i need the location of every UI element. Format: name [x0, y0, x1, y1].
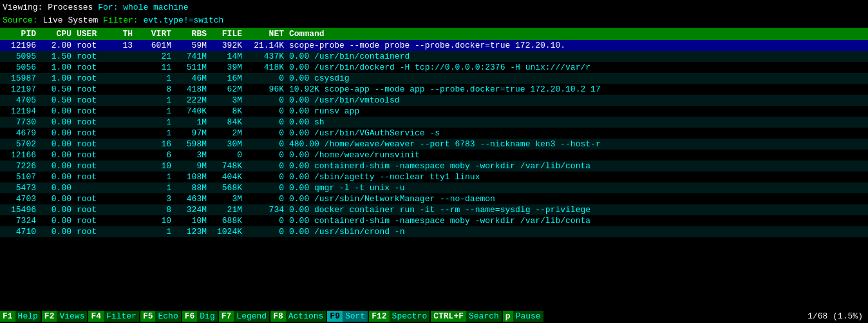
cell-file: 404K — [212, 172, 247, 182]
cell-file: 0 — [212, 150, 247, 160]
table-row[interactable]: 7324 0.00 root 10 10M 688K 0 0.00 contai… — [0, 215, 868, 226]
footer-item-search[interactable]: CTRL+FSearch — [431, 311, 502, 322]
cell-file: 62M — [212, 84, 247, 94]
footer-item-legend[interactable]: F7Legend — [219, 311, 269, 322]
table-row[interactable]: 5056 1.00 root 11 511M 39M 418K 0.00 /us… — [0, 62, 868, 73]
table-row[interactable]: 5095 1.50 root 21 741M 14M 437K 0.00 /us… — [0, 51, 868, 62]
table-row[interactable]: 4703 0.00 root 3 463M 3M 0 0.00 /usr/sbi… — [0, 193, 868, 204]
cell-file: 568K — [212, 183, 247, 193]
footer-item-sort[interactable]: F9Sort — [327, 311, 368, 322]
cell-file: 748K — [212, 161, 247, 171]
cell-virt: 1 — [138, 183, 176, 193]
cell-net: 0 — [247, 139, 289, 149]
footer-label-Filter: Filter — [104, 311, 139, 322]
table-row[interactable]: 12197 0.50 root 8 418M 62M 96K 10.92K sc… — [0, 84, 868, 95]
cell-th — [115, 139, 138, 149]
cell-pid: 12196 — [3, 41, 41, 50]
cell-cpu: 0.00 — [41, 117, 77, 127]
cell-virt: 1 — [138, 95, 176, 105]
scope-value: whole machine — [123, 3, 188, 12]
table-row[interactable]: 7226 0.00 root 10 9M 748K 0 0.00 contain… — [0, 161, 868, 171]
cell-net: 0 — [247, 128, 289, 138]
cell-user: root — [77, 194, 115, 204]
cell-cpu: 0.50 — [41, 95, 77, 105]
cell-command: 0.00 sh — [289, 117, 865, 127]
cell-th — [115, 172, 138, 182]
cell-command: 0.00 /usr/bin/VGAuthService -s — [289, 128, 865, 138]
footer-item-spectro[interactable]: F12Spectro — [369, 311, 429, 322]
table-header: PID CPU USER TH VIRT RBS FILE NET Comman… — [0, 28, 868, 40]
cell-cpu: 0.00 — [41, 139, 77, 149]
cell-file: 16M — [212, 73, 247, 83]
app-container: Viewing: Processes For: whole machine So… — [0, 0, 868, 237]
table-row[interactable]: 12166 0.00 root 6 3M 0 0 0.00 /home/weav… — [0, 150, 868, 161]
cell-th — [115, 95, 138, 105]
table-row[interactable]: 4710 0.00 root 1 123M 1024K 0 0.00 /usr/… — [0, 226, 868, 237]
footer-item-filter[interactable]: F4Filter — [88, 311, 138, 322]
cell-net: 0 — [247, 150, 289, 160]
col-header-pid: PID — [3, 29, 41, 39]
cell-file: 39M — [212, 63, 247, 72]
footer-label-Sort: Sort — [343, 311, 368, 322]
footer-item-help[interactable]: F1Help — [0, 311, 41, 322]
cell-pid: 7226 — [3, 161, 41, 171]
cell-cpu: 1.00 — [41, 63, 77, 72]
cell-th — [115, 117, 138, 127]
table-row[interactable]: 15987 1.00 root 1 46M 16M 0 0.00 csysdig — [0, 73, 868, 84]
cell-user: root — [77, 106, 115, 116]
footer-item-pause[interactable]: pPause — [503, 311, 543, 322]
footer-label-Actions: Actions — [286, 311, 326, 322]
cell-command: 0.00 /home/weave/runsvinit — [289, 150, 865, 160]
table-row[interactable]: 5107 0.00 root 1 108M 404K 0 0.00 /sbin/… — [0, 171, 868, 182]
footer-label-Dig: Dig — [197, 311, 217, 322]
cell-virt: 10 — [138, 216, 176, 226]
cell-user: root — [77, 117, 115, 127]
table-row[interactable]: 12196 2.00 root 13 601M 59M 392K 21.14K … — [0, 40, 868, 51]
cell-pid: 5056 — [3, 63, 41, 72]
table-row[interactable]: 4679 0.00 root 1 97M 2M 0 0.00 /usr/bin/… — [0, 128, 868, 139]
col-header-th: TH — [115, 29, 138, 39]
footer-key-F12: F12 — [369, 311, 389, 322]
footer-key-F2: F2 — [42, 311, 57, 322]
cell-cpu: 1.50 — [41, 52, 77, 61]
footer-item-views[interactable]: F2Views — [42, 311, 88, 322]
cell-th: 13 — [115, 41, 138, 50]
cell-net: 21.14K — [247, 41, 289, 50]
footer-label-Echo: Echo — [155, 311, 180, 322]
table-row[interactable]: 5473 0.00 1 88M 568K 0 0.00 qmgr -l -t u… — [0, 182, 868, 193]
footer-label-Spectro: Spectro — [390, 311, 430, 322]
cell-th — [115, 205, 138, 215]
cell-rbs: 108M — [176, 172, 212, 182]
cell-command: 0.00 docker container run -it --rm --nam… — [289, 205, 865, 215]
cell-cpu: 0.00 — [41, 205, 77, 215]
cell-file: 14M — [212, 52, 247, 61]
table-row[interactable]: 4705 0.50 root 1 222M 3M 0 0.00 /usr/bin… — [0, 95, 868, 106]
footer-label-Pause: Pause — [513, 311, 543, 322]
footer-item-actions[interactable]: F8Actions — [270, 311, 326, 322]
table-row[interactable]: 12194 0.00 root 1 740K 8K 0 0.00 runsv a… — [0, 106, 868, 117]
cell-user: root — [77, 161, 115, 171]
cell-cpu: 0.50 — [41, 84, 77, 94]
cell-cpu: 0.00 — [41, 106, 77, 116]
table-row[interactable]: 5702 0.00 root 16 598M 30M 0 480.00 /hom… — [0, 139, 868, 150]
cell-rbs: 463M — [176, 194, 212, 204]
footer-label-Views: Views — [57, 311, 87, 322]
cell-net: 0 — [247, 161, 289, 171]
cell-th — [115, 106, 138, 116]
footer-key-F8: F8 — [270, 311, 286, 322]
table-row[interactable]: 7730 0.00 root 1 1M 84K 0 0.00 sh — [0, 117, 868, 128]
table-row[interactable]: 15496 0.00 root 8 324M 21M 734 0.00 dock… — [0, 204, 868, 215]
footer-item-echo[interactable]: F5Echo — [140, 311, 181, 322]
cell-net: 96K — [247, 84, 289, 94]
cell-file: 84K — [212, 117, 247, 127]
cell-file: 3M — [212, 194, 247, 204]
cell-net: 437K — [247, 52, 289, 61]
cell-th — [115, 73, 138, 83]
cell-cpu: 0.00 — [41, 227, 77, 237]
col-header-virt: VIRT — [138, 29, 176, 39]
cell-rbs: 324M — [176, 205, 212, 215]
cell-command: 0.00 containerd-shim -namespace moby -wo… — [289, 161, 865, 171]
cell-pid: 4710 — [3, 227, 41, 237]
cell-cpu: 0.00 — [41, 194, 77, 204]
footer-item-dig[interactable]: F6Dig — [182, 311, 218, 322]
